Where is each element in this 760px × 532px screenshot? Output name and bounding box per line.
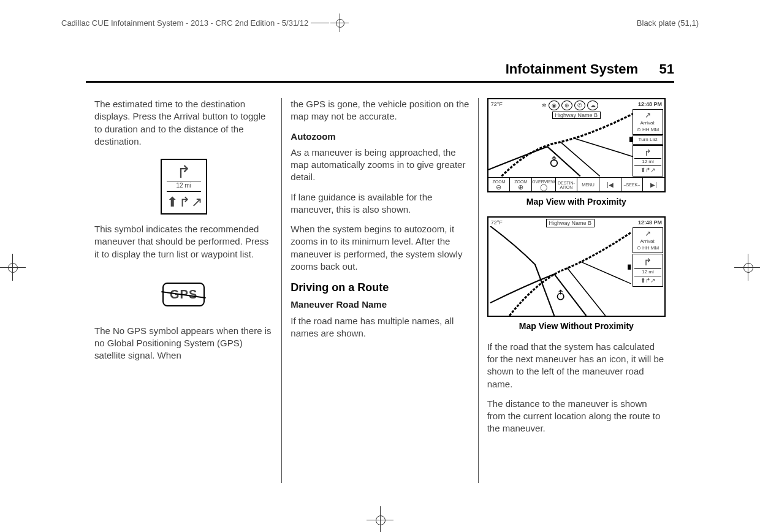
map2-distance: 12 mi (642, 269, 654, 275)
col3-p1: If the road that the system has calculat… (487, 341, 666, 390)
zoom-out-icon: ⊖ (496, 184, 501, 191)
map1-arrival-time: ⊙ HH:MM (634, 127, 662, 134)
map1-roads-svg (488, 110, 633, 177)
map2-roads (488, 226, 633, 316)
compass-icon: ⊕ (561, 101, 572, 110)
svg-rect-3 (628, 264, 631, 269)
voice-icon: ☁ (587, 101, 598, 110)
map2-arrival-box: ↗ Arrival: ⊙ HH:MM (633, 227, 663, 253)
column-1: The estimated time to the destination di… (86, 98, 281, 483)
map1-turnlist: Turn List (633, 135, 663, 145)
map1-roads (488, 110, 633, 177)
column-3: 72°F ✲ ◉ ⊕ ✆ ☁ 12:48 PM Highway Name B (478, 98, 674, 483)
menu-button[interactable]: MENU (577, 178, 599, 191)
seek-next-button[interactable]: ▶| (643, 178, 664, 191)
map2-right-stack: ↗ Arrival: ⊙ HH:MM ↱ 12 mi ⬆↱↗ (633, 227, 663, 287)
menu-label: MENU (582, 183, 595, 187)
header-rule (311, 23, 329, 23)
heading-autozoom: Autozoom (291, 131, 469, 143)
overview-icon: ◯ (540, 184, 547, 191)
lane-guidance-icon: ⬆ ↱ ↗ (167, 191, 201, 211)
registration-mark-right-icon (740, 260, 755, 275)
heading-maneuver-road: Maneuver Road Name (291, 298, 469, 311)
zoom-in-button[interactable]: ZOOM⊕ (510, 178, 532, 191)
map1-arrival-label: Arrival: (634, 120, 662, 127)
map2-arrival-label: Arrival: (634, 238, 662, 245)
map2-arrival-time: ⊙ HH:MM (634, 245, 662, 252)
page: Cadillac CUE Infotainment System - 2013 … (0, 0, 760, 532)
signal-icon: ◉ (549, 101, 560, 110)
seek-next-icon: ▶| (650, 182, 657, 188)
maneuver-distance: 12 mi (176, 182, 191, 189)
plate-info: Black plate (51,1) (637, 18, 699, 28)
map-view-without-proximity: 72°F Highway Name B 12:48 PM ↗ Arrival: … (487, 216, 666, 317)
seek-prev-icon: |◀ (607, 182, 614, 188)
loading-icon: ✲ (542, 102, 547, 109)
maneuver-symbol-block: ↱ 12 mi ⬆ ↱ ↗ (94, 159, 273, 215)
map1-distance: 12 mi (642, 159, 654, 164)
map1-arrival-box: ↗ Arrival: ⊙ HH:MM (633, 109, 663, 135)
col1-p2: This symbol indicates the recommended ma… (94, 223, 273, 260)
registration-mark-top-icon (334, 17, 345, 28)
registration-mark-left-icon (5, 260, 20, 275)
map2-time: 12:48 PM (638, 219, 662, 227)
destination-label: DESTIN-ATION (556, 181, 577, 189)
page-number: 51 (659, 61, 674, 77)
overview-button[interactable]: OVERVIEW◯ (532, 178, 556, 191)
map1-caption: Map View with Proximity (487, 196, 666, 208)
doc-header-left: Cadillac CUE Infotainment System - 2013 … (61, 17, 345, 28)
gps-symbol-block: GPS (94, 283, 273, 306)
heading-driving-route: Driving on a Route (291, 280, 469, 295)
no-gps-icon: GPS (162, 283, 205, 306)
section-title: Infotainment System (506, 61, 638, 77)
col3-p2: The distance to the maneuver is shown fr… (487, 398, 666, 435)
map1-temp: 72°F (491, 101, 503, 110)
zoom-out-button[interactable]: ZOOM⊖ (488, 178, 511, 191)
phone-icon: ✆ (574, 101, 585, 110)
col2-p5: If the road name has multiple names, all… (291, 315, 469, 340)
maneuver-icon: ↱ 12 mi ⬆ ↱ ↗ (161, 159, 207, 215)
section-header: Infotainment System 51 (86, 61, 674, 83)
map2-roads-svg (488, 226, 633, 316)
seek-label: –SEEK– (624, 183, 640, 187)
destination-button[interactable]: DESTIN-ATION (556, 178, 578, 191)
map2-turn-mini: ↱ 12 mi ⬆↱↗ (633, 254, 663, 287)
col2-p3: If lane guidance is available for the ma… (291, 191, 469, 216)
col2-p2: As a maneuver is being approached, the m… (291, 146, 469, 184)
content-columns: The estimated time to the destination di… (86, 98, 674, 483)
doc-header: Cadillac CUE Infotainment System - 2013 … (61, 17, 699, 28)
map-view-proximity: 72°F ✲ ◉ ⊕ ✆ ☁ 12:48 PM Highway Name B (487, 98, 666, 192)
column-2: the GPS is gone, the vehicle position on… (281, 98, 477, 483)
map2-caption: Map View Without Proximity (487, 321, 666, 332)
col2-p1: the GPS is gone, the vehicle position on… (291, 98, 469, 123)
col1-p3: The No GPS symbol appears when there is … (94, 325, 273, 362)
svg-rect-1 (629, 137, 633, 142)
registration-mark-bottom-icon (373, 512, 387, 527)
zoom-in-icon: ⊕ (518, 184, 523, 191)
map1-right-stack: ↗ Arrival: ⊙ HH:MM Turn List ↱ 12 mi ⬆↱↗ (633, 109, 663, 177)
map1-bottom-bar: ZOOM⊖ ZOOM⊕ OVERVIEW◯ DESTIN-ATION MENU … (488, 177, 664, 191)
map1-turn-mini: ↱ 12 mi ⬆↱↗ (633, 145, 663, 177)
col1-p1: The estimated time to the destination di… (94, 98, 273, 148)
col2-p4: When the system begins to autozoom, it z… (291, 223, 469, 273)
seek-prev-button[interactable]: |◀ (599, 178, 621, 191)
seek-button[interactable]: –SEEK– (621, 178, 644, 191)
doc-info: Cadillac CUE Infotainment System - 2013 … (61, 18, 308, 28)
